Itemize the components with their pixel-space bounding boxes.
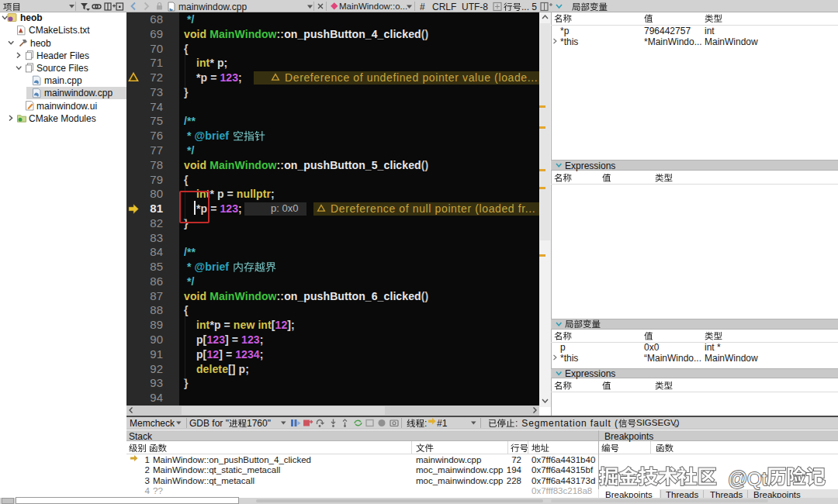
svg-text:@: @ [728,468,747,489]
svg-text:Qt: Qt [747,468,767,489]
